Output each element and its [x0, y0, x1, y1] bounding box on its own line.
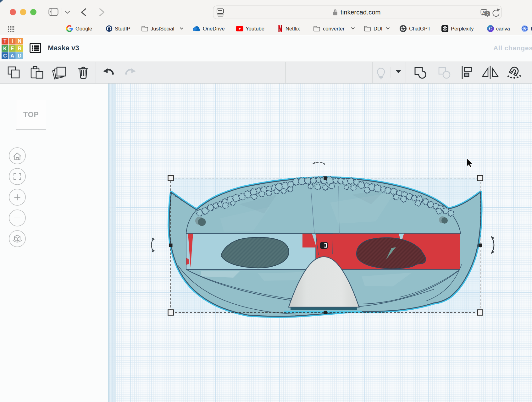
svg-text:C: C	[3, 53, 7, 58]
svg-text:tinkercad.com: tinkercad.com	[341, 8, 381, 16]
svg-text:A: A	[10, 53, 14, 58]
svg-text:I: I	[12, 38, 13, 44]
svg-text:T: T	[3, 38, 7, 44]
svg-text:D: D	[18, 53, 21, 58]
svg-text:C: C	[489, 26, 492, 31]
svg-text:R: R	[18, 46, 21, 51]
svg-text:文: 文	[486, 12, 490, 16]
svg-text:N: N	[18, 38, 21, 44]
svg-text:E: E	[11, 46, 14, 51]
svg-text:K: K	[3, 46, 7, 51]
